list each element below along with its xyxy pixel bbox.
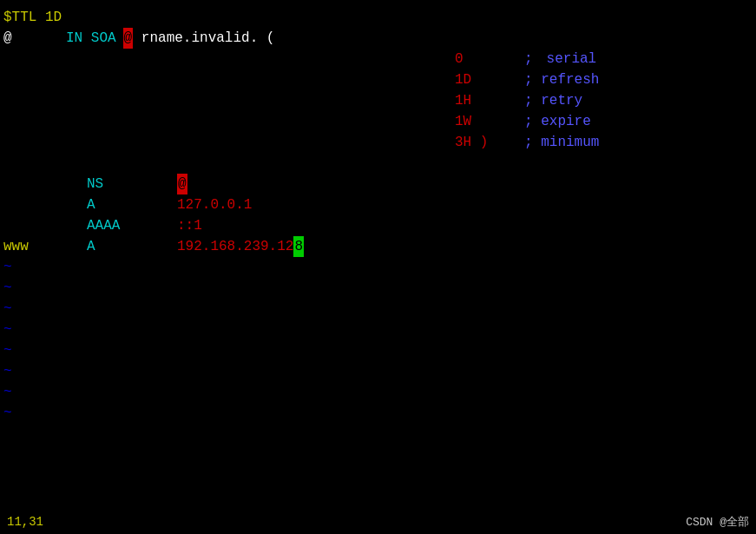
line-www: www A 192.168.239.128: [3, 236, 753, 257]
serial-value: 0: [455, 49, 524, 69]
line-soa: @ IN SOA @ rname.invalid. (: [3, 28, 753, 49]
line-serial: 0 ; serial: [3, 49, 753, 69]
watermark: CSDN @全部: [686, 514, 749, 530]
soa-in-soa: IN SOA: [66, 28, 116, 49]
ttl-directive: $TTL 1D: [3, 7, 62, 28]
aaaa-record-type: AAAA: [87, 215, 177, 236]
line-minimum: 3H ) ; minimum: [3, 132, 753, 153]
a-record-value: 127.0.0.1: [177, 194, 252, 215]
statusbar: 11,31 CSDN @全部: [0, 510, 756, 534]
www-ip-prefix: 192.168.239.12: [177, 236, 293, 257]
line-retry: 1H ; retry: [3, 90, 753, 111]
tilde-1: ~: [3, 257, 753, 278]
cursor-position: 11,31: [7, 515, 43, 529]
soa-at: @: [3, 28, 66, 49]
minimum-value: 3H ): [455, 132, 524, 153]
www-cursor-digit: 8: [293, 236, 304, 257]
line-expire: 1W ; expire: [3, 111, 753, 132]
editor-area: $TTL 1D @ IN SOA @ rname.invalid. ( 0 ; …: [0, 0, 756, 534]
tilde-8: ~: [3, 403, 753, 424]
tilde-2: ~: [3, 278, 753, 299]
soa-rname: rname.invalid. (: [133, 28, 274, 49]
tilde-3: ~: [3, 299, 753, 320]
retry-value: 1H: [455, 90, 524, 111]
expire-value: 1W: [455, 111, 524, 132]
retry-comment: ; retry: [524, 90, 582, 111]
minimum-comment: ; minimum: [524, 132, 599, 153]
refresh-comment: ; refresh: [524, 69, 599, 90]
ns-record-type: NS: [87, 174, 177, 194]
line-ttl: $TTL 1D: [3, 7, 753, 28]
tilde-4: ~: [3, 320, 753, 340]
serial-label: serial: [538, 49, 596, 69]
tilde-7: ~: [3, 382, 753, 403]
line-blank: [3, 153, 753, 174]
aaaa-record-value: ::1: [177, 215, 202, 236]
ns-cursor-at: @: [177, 174, 187, 194]
line-a: A 127.0.0.1: [3, 194, 753, 215]
www-hostname: www: [3, 236, 87, 257]
tilde-6: ~: [3, 361, 753, 382]
soa-cursor-at: @: [123, 28, 134, 49]
serial-comment: ;: [524, 49, 538, 69]
expire-comment: ; expire: [524, 111, 591, 132]
line-refresh: 1D ; refresh: [3, 69, 753, 90]
line-aaaa: AAAA ::1: [3, 215, 753, 236]
a-record-type: A: [87, 194, 177, 215]
tilde-5: ~: [3, 340, 753, 361]
line-ns: NS @: [3, 174, 753, 194]
refresh-value: 1D: [455, 69, 524, 90]
www-record-type: A: [87, 236, 177, 257]
